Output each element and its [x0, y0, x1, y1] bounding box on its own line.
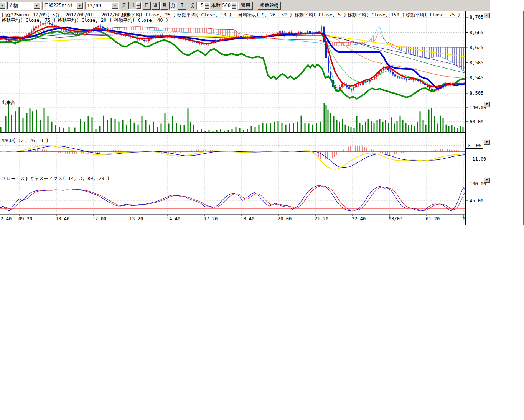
- stoch-panel-collapse-button[interactable]: ▼: [484, 178, 490, 183]
- x-axis-label: 01:20: [426, 217, 440, 221]
- stepper-arrows-icon[interactable]: [232, 2, 236, 9]
- indicator-legend: 移動平均( Close, 5 ): [295, 13, 346, 18]
- dropdown-arrow-icon[interactable]: ▼: [34, 2, 40, 9]
- main-panel-collapse-button[interactable]: ▼: [484, 13, 490, 18]
- indicator-legend: 移動平均( Close, 20 ): [58, 18, 112, 23]
- minute-label: 分: [191, 2, 195, 10]
- minute-stepper[interactable]: 5: [196, 2, 210, 10]
- chart-area[interactable]: 8,7058,6658,6258,5858,5458,505140.0060.0…: [0, 11, 524, 241]
- count-value: 500: [222, 2, 231, 9]
- x-axis-label: 17:20: [204, 217, 218, 221]
- period-month-button[interactable]: 月: [160, 2, 168, 10]
- apply-button[interactable]: 適用: [238, 2, 253, 10]
- symbol-value: 日経225mini: [43, 2, 76, 9]
- dropdown-arrow-icon[interactable]: ▼: [77, 2, 83, 9]
- ichimoku-cloud: [0, 27, 465, 72]
- period-tick-button[interactable]: T: [178, 2, 186, 10]
- x-axis-label: 14:40: [166, 217, 180, 221]
- category-combobox[interactable]: 先物 ▼: [7, 2, 41, 10]
- volume-bars: [0, 102, 466, 132]
- svg-text:8,665: 8,665: [470, 30, 483, 35]
- indicator-legend: 移動平均( Close, 25 ): [122, 13, 176, 18]
- volume-panel-collapse-button[interactable]: ▼: [484, 102, 490, 107]
- period-week-button[interactable]: 週: [152, 2, 160, 10]
- volume-multiplier-badge: × 100: [466, 143, 483, 149]
- count-label: 本数: [211, 2, 221, 10]
- symbol-combobox[interactable]: 日経225mini ▼: [42, 2, 84, 10]
- bar-interval-value: 1: [128, 2, 136, 9]
- bar-type-label: 足: [122, 2, 127, 10]
- svg-text:8,705: 8,705: [470, 15, 483, 20]
- chart-application: ▼ 先物 ▼ 日経225mini ▼ 12/09 ▼ 足 1 日 週 月 分 T…: [0, 0, 524, 420]
- contract-combobox[interactable]: 12/09 ▼: [85, 2, 119, 10]
- clipped-combobox[interactable]: ▼: [0, 2, 6, 10]
- x-axis-label: 02:40: [0, 217, 12, 221]
- dropdown-arrow-icon[interactable]: ▼: [112, 2, 118, 9]
- count-stepper[interactable]: 500: [222, 2, 237, 10]
- svg-text:8,505: 8,505: [470, 90, 483, 96]
- svg-text:8,585: 8,585: [470, 60, 483, 66]
- dropdown-arrow-icon[interactable]: ▼: [0, 2, 5, 9]
- macd-panel-collapse-button[interactable]: ▼: [484, 140, 490, 145]
- x-axis-label: 12:00: [92, 217, 106, 221]
- stochastics-panel: [0, 185, 465, 211]
- x-axis-label: 20:00: [278, 217, 292, 221]
- stoch-panel-title: スロー・ストキャスティクス( 14, 3, 80, 20 ): [2, 176, 110, 181]
- gridlines: [0, 13, 465, 215]
- stepper-arrows-icon[interactable]: [136, 2, 141, 9]
- axis-labels: 8,7058,6658,6258,5858,5458,505140.0060.0…: [465, 15, 486, 203]
- svg-text:8,545: 8,545: [470, 75, 483, 80]
- category-value: 先物: [7, 2, 33, 9]
- toolbar: ▼ 先物 ▼ 日経225mini ▼ 12/09 ▼ 足 1 日 週 月 分 T…: [0, 0, 490, 11]
- chart-canvas: 8,7058,6658,6258,5858,5458,505140.0060.0…: [0, 11, 524, 241]
- x-axis-label: 10:40: [56, 217, 69, 221]
- period-day-button[interactable]: 日: [143, 2, 151, 10]
- stepper-arrows-icon[interactable]: [205, 2, 209, 9]
- indicator-legend: 移動平均( Close, 75 ): [406, 13, 460, 18]
- indicator-legend: 日経225mini 12/09( 5分, 2012/08/01 - 2012/0…: [2, 13, 135, 18]
- x-axis-label: 18:40: [241, 217, 254, 221]
- x-axis-label: 13:20: [129, 217, 143, 221]
- indicator-legend: 一目均衡表( 9, 26, 52 ): [233, 13, 292, 18]
- period-minute-button[interactable]: 分: [169, 2, 177, 10]
- moving-averages-thin: [0, 23, 465, 90]
- indicator-legend: 移動平均( Close, 40 ): [114, 18, 168, 23]
- minute-value: 5: [197, 2, 204, 9]
- axes-frame: [0, 11, 524, 225]
- macd-panel: [0, 145, 465, 169]
- indicator-legend: 移動平均( Close, 10 ): [177, 13, 232, 18]
- svg-text:45.00: 45.00: [470, 198, 483, 203]
- svg-text:-11.00: -11.00: [470, 156, 486, 162]
- x-axis-label: 22:40: [352, 217, 366, 221]
- macd-panel-title: MACD( 12, 26, 9 ): [2, 138, 49, 143]
- indicator-legend: 移動平均( Close, 75 ): [2, 18, 56, 23]
- x-axis-label: 0: [463, 217, 465, 221]
- x-axis-label: 21:20: [315, 217, 328, 221]
- x-axis-label: 08/03: [389, 217, 402, 221]
- svg-text:8,625: 8,625: [470, 45, 483, 50]
- contract-value: 12/09: [86, 3, 112, 8]
- svg-text:60.00: 60.00: [470, 119, 483, 125]
- volume-panel-title: 出来高: [2, 100, 15, 105]
- multi-symbol-button[interactable]: 複数銘柄: [258, 2, 281, 10]
- indicator-legend: 移動平均( Close, 150 ): [348, 13, 405, 18]
- bar-interval-stepper[interactable]: 1: [128, 2, 142, 10]
- x-axis-label: 09:20: [18, 217, 32, 221]
